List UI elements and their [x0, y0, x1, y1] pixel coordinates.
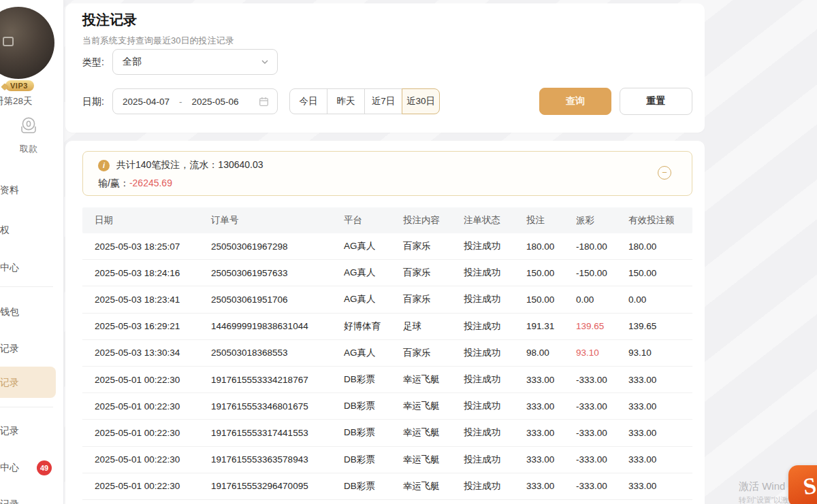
win-loss-label: 输/赢：	[98, 178, 129, 188]
sidebar-item-records[interactable]: 记录	[0, 343, 19, 355]
cell-content: 百家乐	[403, 240, 464, 252]
table-row: 2025-05-03 16:29:21 1446999919838631044 …	[82, 314, 692, 340]
quick-30days-button[interactable]: 近30日	[402, 88, 440, 114]
quick-date-group: 今日 昨天 近7日 近30日	[289, 88, 440, 114]
sidebar-item-label: 记录	[0, 377, 19, 389]
cell-valid: 139.65	[628, 321, 692, 331]
sidebar-item-records-2[interactable]: 记录	[0, 425, 19, 437]
cell-date: 2025-05-01 00:22:30	[82, 401, 211, 411]
cell-platform: 好博体育	[344, 320, 403, 333]
cell-content: 足球	[403, 320, 464, 333]
cell-bet: 98.00	[526, 348, 576, 358]
cell-payout: 139.65	[576, 321, 628, 331]
avatar[interactable]	[0, 7, 54, 79]
sidebar-item-message-center[interactable]: 中心	[0, 462, 19, 474]
cell-platform: DB彩票	[344, 400, 403, 412]
cell-status: 投注成功	[464, 347, 526, 359]
cell-payout: -333.00	[576, 401, 628, 411]
header-bet: 投注	[526, 214, 576, 226]
cell-date: 2025-05-03 16:29:21	[82, 321, 211, 331]
header-order: 订单号	[211, 214, 344, 226]
cell-payout: -150.00	[576, 268, 628, 278]
type-label: 类型:	[82, 56, 104, 67]
cell-valid: 180.00	[628, 241, 692, 252]
cell-bet: 333.00	[526, 454, 576, 465]
avatar-photo-detail	[3, 37, 14, 46]
summary-banner: i 共计140笔投注，流水：130640.03 输/赢：-26245.69 −	[82, 151, 692, 196]
cell-status: 投注成功	[464, 320, 526, 333]
withdraw-icon	[16, 114, 41, 139]
header-payout: 派彩	[576, 214, 628, 226]
cell-content: 百家乐	[403, 293, 464, 305]
filter-card: 投注记录 当前系统支持查询最近30日的投注记录 类型: 全部 日期: 2025-…	[65, 3, 705, 133]
betting-records-page: ◆ VIP3 册第28天 取款 资料 权 中心 钱包 记录 记录 记录 中心	[0, 0, 817, 504]
table-row: 2025-05-01 00:22:30 1917615553296470095 …	[82, 473, 692, 500]
results-card: i 共计140笔投注，流水：130640.03 输/赢：-26245.69 − …	[65, 141, 705, 504]
header-valid: 有效投注额	[628, 214, 692, 226]
cell-content: 百家乐	[403, 267, 464, 279]
cell-payout: -180.00	[576, 241, 628, 252]
cell-bet: 180.00	[526, 241, 576, 252]
date-separator: -	[179, 97, 182, 107]
cell-content: 幸运飞艇	[403, 426, 464, 439]
cell-status: 投注成功	[464, 267, 526, 279]
date-range-input[interactable]: 2025-04-07 - 2025-05-06	[112, 88, 278, 114]
table-row: 2025-05-03 18:23:41 250503061951706 AG真人…	[82, 286, 692, 313]
search-button[interactable]: 查询	[539, 88, 611, 115]
cell-content: 幸运飞艇	[403, 480, 464, 492]
page-subtitle: 当前系统支持查询最近30日的投注记录	[82, 35, 234, 47]
sidebar-item-betting-records-active[interactable]: 记录	[0, 367, 56, 398]
logo-glyph: S	[801, 473, 817, 500]
cell-payout: -333.00	[576, 454, 628, 465]
cell-order: 250503061957633	[211, 268, 344, 278]
cell-order: 250503018368553	[211, 348, 344, 358]
cell-content: 幸运飞艇	[403, 454, 464, 466]
table-row: 2025-05-01 00:22:30 1917615553317441553 …	[82, 420, 692, 446]
cell-platform: DB彩票	[344, 480, 403, 492]
quick-today-button[interactable]: 今日	[289, 88, 327, 114]
sidebar-item-wallet[interactable]: 钱包	[0, 306, 19, 318]
quick-yesterday-button[interactable]: 昨天	[327, 88, 365, 114]
sidebar-item-clipped[interactable]: 记录	[0, 499, 19, 504]
sidebar-item-privileges[interactable]: 权	[0, 224, 10, 237]
cell-order: 1917615553346801675	[211, 401, 344, 411]
vip-badge: ◆ VIP3	[1, 80, 34, 91]
cell-valid: 150.00	[628, 268, 692, 278]
cell-order: 1917615553363578943	[211, 454, 344, 465]
cell-valid: 333.00	[628, 481, 692, 491]
quick-7days-button[interactable]: 近7日	[364, 88, 402, 114]
withdraw-button[interactable]: 取款	[15, 114, 42, 155]
table-row: 2025-05-01 00:22:30 1917615553334218767 …	[82, 367, 692, 393]
sidebar-item-profile[interactable]: 资料	[0, 184, 19, 197]
cell-platform: AG真人	[344, 347, 403, 359]
table-row: 2025-05-03 18:24:16 250503061957633 AG真人…	[82, 260, 692, 286]
collapse-icon[interactable]: −	[658, 166, 671, 180]
cell-payout: -333.00	[576, 428, 628, 438]
diamond-icon: ◆	[1, 81, 8, 91]
cell-order: 250503061951706	[211, 295, 344, 305]
reset-button[interactable]: 重置	[620, 88, 692, 115]
floating-app-logo[interactable]: S	[788, 465, 817, 504]
date-to: 2025-05-06	[192, 97, 259, 107]
cell-valid: 333.00	[628, 454, 692, 465]
date-from: 2025-04-07	[123, 97, 170, 107]
cell-order: 1917615553296470095	[211, 481, 344, 491]
cell-date: 2025-05-01 00:22:30	[82, 375, 211, 385]
cell-payout: 93.10	[576, 348, 628, 358]
page-title: 投注记录	[82, 11, 137, 29]
date-label: 日期:	[82, 96, 104, 107]
sidebar: ◆ VIP3 册第28天 取款 资料 权 中心 钱包 记录 记录 记录 中心	[0, 0, 64, 504]
deposit-icon[interactable]	[0, 117, 4, 144]
cell-bet: 333.00	[526, 375, 576, 385]
cell-content: 幸运飞艇	[403, 400, 464, 412]
sidebar-item-center[interactable]: 中心	[0, 262, 19, 274]
table-row: 2025-05-03 18:25:07 250503061967298 AG真人…	[82, 233, 692, 260]
table-row: 2025-05-03 13:30:34 250503018368553 AG真人…	[82, 340, 692, 367]
cell-date: 2025-05-03 18:24:16	[82, 268, 211, 278]
cell-status: 投注成功	[464, 400, 526, 412]
notification-badge: 49	[37, 460, 52, 475]
sidebar-divider	[0, 286, 53, 287]
cell-date: 2025-05-01 00:22:30	[82, 454, 211, 465]
type-select[interactable]: 全部	[112, 49, 278, 75]
calendar-icon	[259, 97, 269, 107]
